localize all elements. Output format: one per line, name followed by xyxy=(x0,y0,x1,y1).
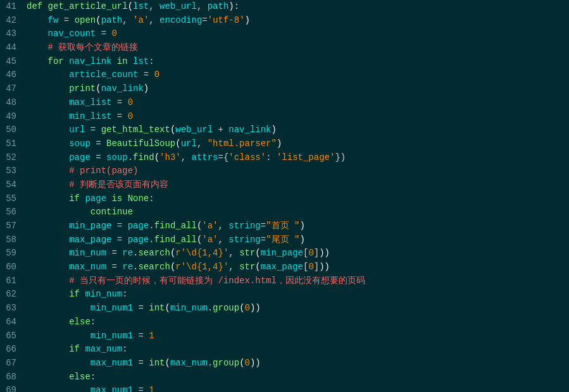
paren-token: ( xyxy=(255,248,260,258)
code-content: min_num1 = int(min_num.group(0)) xyxy=(27,302,569,315)
builtin-token: None xyxy=(128,193,149,204)
plain-token: . xyxy=(208,303,213,313)
plain-token: . xyxy=(208,358,213,368)
line-number: 56 xyxy=(0,205,27,219)
line-number: 69 xyxy=(0,384,27,392)
paren-token: ( xyxy=(96,83,101,94)
kw-token: continue xyxy=(91,207,133,217)
kw-token: else xyxy=(69,372,91,382)
line-number: 42 xyxy=(0,14,27,28)
line-number: 63 xyxy=(0,302,27,315)
plain-token: : xyxy=(122,344,127,354)
plain-token: , xyxy=(228,262,239,272)
plain-token xyxy=(27,193,69,204)
plain-token: , xyxy=(197,138,208,149)
var-token: max_num xyxy=(69,262,106,272)
line-number: 41 xyxy=(0,0,27,14)
plain-token: = xyxy=(133,358,149,368)
plain-token xyxy=(27,180,69,190)
paren-token: ( xyxy=(154,152,159,162)
var-token: page xyxy=(85,193,106,204)
builtin-token: str xyxy=(239,262,255,272)
num-token: 0 xyxy=(308,262,313,272)
var-token: string xyxy=(228,221,260,231)
var-token: url xyxy=(181,138,197,149)
num-token: 0 xyxy=(154,70,159,80)
plain-token xyxy=(27,235,69,245)
plain-token xyxy=(27,262,69,272)
str-token: "html.parser" xyxy=(208,138,277,149)
num-token: 0 xyxy=(245,358,250,368)
paren-token: ( xyxy=(255,262,260,272)
code-content: def get_article_url(lst, web_url, path): xyxy=(27,0,569,14)
plain-token: = xyxy=(111,235,127,245)
var-token: path xyxy=(101,15,123,25)
paren-token: ) xyxy=(228,1,234,11)
plain-token xyxy=(27,303,91,313)
var-token: page xyxy=(69,152,91,162)
code-content: if max_num: xyxy=(27,343,569,357)
paren-token: )) xyxy=(250,303,261,313)
table-row: 42 fw = open(path, 'a', encoding='utf-8'… xyxy=(0,14,569,28)
code-content: article_count = 0 xyxy=(27,68,569,82)
code-content: min_list = 0 xyxy=(27,110,569,124)
plain-token: = xyxy=(133,303,149,313)
table-row: 68 else: xyxy=(0,371,569,384)
code-content: # 判断是否该页面有内容 xyxy=(27,178,569,192)
plain-token: = xyxy=(111,97,127,107)
str-token: 'a' xyxy=(202,221,218,231)
plain-token: = xyxy=(261,235,266,245)
builtin-token: int xyxy=(149,358,165,368)
line-number: 49 xyxy=(0,110,27,124)
line-number: 58 xyxy=(0,233,27,247)
code-content: max_num1 = int(max_num.group(0)) xyxy=(27,357,569,371)
var-token: re xyxy=(122,248,133,258)
kw-token: if xyxy=(69,289,85,299)
line-number: 64 xyxy=(0,315,27,329)
code-content: min_num1 = 1 xyxy=(27,329,569,343)
str-token: 'a' xyxy=(133,15,149,25)
paren-token: ( xyxy=(239,358,244,368)
builtin-token: print xyxy=(69,83,96,94)
plain-token: = xyxy=(261,221,266,231)
var-token: lst xyxy=(133,56,149,66)
line-number: 55 xyxy=(0,192,27,206)
plain-token: = xyxy=(133,385,149,392)
paren-token: ( xyxy=(175,138,180,149)
fn-token: search xyxy=(138,248,170,258)
paren-token: ( xyxy=(239,303,244,313)
table-row: 64 else: xyxy=(0,315,569,329)
table-row: 45 for nav_link in lst: xyxy=(0,55,569,69)
plain-token: , xyxy=(197,1,208,11)
kw-token: in xyxy=(111,56,133,66)
table-row: 66 if max_num: xyxy=(0,343,569,357)
code-content: # 获取每个文章的链接 xyxy=(27,41,569,55)
var-token: url xyxy=(69,125,85,135)
str-token: r'\d{1,4}' xyxy=(175,262,228,272)
var-token: max_num xyxy=(85,344,122,354)
var-token: page xyxy=(128,235,149,245)
plain-token xyxy=(27,372,69,382)
code-content: continue xyxy=(27,205,569,219)
table-row: 50 url = get_html_text(web_url + nav_lin… xyxy=(0,123,569,137)
plain-token xyxy=(27,97,69,107)
line-number: 53 xyxy=(0,164,27,178)
table-row: 44 # 获取每个文章的链接 xyxy=(0,41,569,55)
line-number: 44 xyxy=(0,41,27,55)
code-content: url = get_html_text(web_url + nav_link) xyxy=(27,123,569,137)
code-content: if min_num: xyxy=(27,288,569,302)
code-editor: 41def get_article_url(lst, web_url, path… xyxy=(0,0,569,392)
table-row: 69 max_num1 = 1 xyxy=(0,384,569,392)
plain-token: : xyxy=(122,289,127,299)
fn-token: search xyxy=(138,262,170,272)
plain-token xyxy=(27,125,69,135)
plain-token: , xyxy=(181,152,192,162)
str-token: 'class' xyxy=(228,152,266,162)
var-token: soup xyxy=(106,152,128,162)
line-number: 57 xyxy=(0,219,27,233)
paren-token: ( xyxy=(165,303,170,313)
table-row: 56 continue xyxy=(0,205,569,219)
plain-token xyxy=(27,344,69,354)
plain-token: , xyxy=(149,1,159,11)
plain-token xyxy=(27,248,69,258)
